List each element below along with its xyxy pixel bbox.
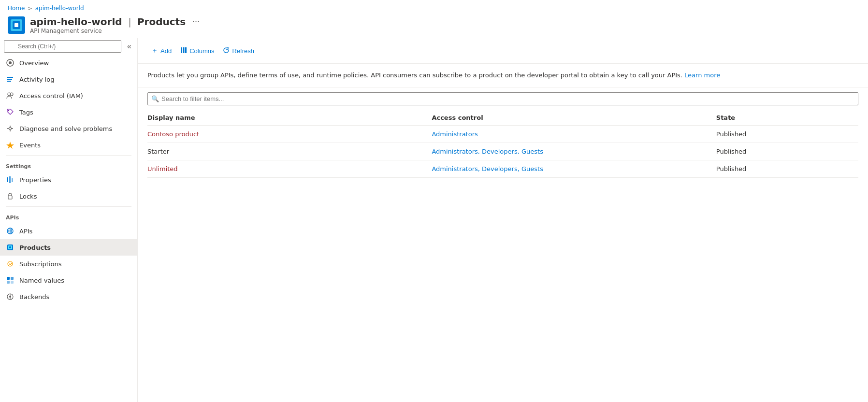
svg-rect-15 (9, 176, 11, 183)
section-title: Products (137, 16, 186, 28)
sidebar-item-access-control-label: Access control (IAM) (19, 92, 83, 100)
content-area: ＋ Add Columns Refresh Products let you g… (138, 38, 868, 402)
header-text: apim-hello-world | Products ··· API Mana… (30, 15, 203, 34)
sidebar-item-diagnose-label: Diagnose and solve problems (19, 125, 112, 132)
svg-rect-8 (7, 81, 11, 82)
sidebar-item-activity-log[interactable]: Activity log (0, 71, 137, 87)
table-body: Contoso productAdministratorsPublishedSt… (147, 125, 858, 177)
svg-rect-33 (183, 47, 185, 53)
events-icon (6, 141, 14, 149)
sidebar-item-overview-label: Overview (19, 59, 49, 67)
table-header: Display name Access control State (147, 110, 858, 126)
tags-icon (6, 108, 14, 116)
col-state: State (716, 110, 858, 126)
sidebar-item-subscriptions[interactable]: Subscriptions (0, 256, 137, 272)
sidebar-item-backends[interactable]: Backends (0, 288, 137, 305)
svg-rect-27 (11, 281, 14, 284)
product-access-control[interactable]: Administrators, Developers, Guests (432, 143, 716, 160)
sidebar-item-subscriptions-label: Subscriptions (19, 260, 62, 268)
resource-name: apim-hello-world (30, 16, 122, 28)
products-icon (6, 243, 14, 252)
content-toolbar: ＋ Add Columns Refresh (138, 38, 868, 64)
sidebar-item-events[interactable]: Events (0, 137, 137, 153)
title-divider: | (128, 16, 131, 28)
svg-rect-26 (7, 281, 10, 284)
more-options-button[interactable]: ··· (189, 15, 203, 28)
sidebar-item-access-control[interactable]: Access control (IAM) (0, 87, 137, 104)
product-access-control[interactable]: Administrators, Developers, Guests (432, 160, 716, 177)
breadcrumb: Home > apim-hello-world (0, 0, 868, 14)
svg-point-23 (8, 261, 13, 266)
svg-rect-14 (7, 177, 8, 182)
backends-icon (6, 292, 14, 301)
products-table-wrap: Display name Access control State Contos… (138, 110, 868, 178)
breadcrumb-separator: > (28, 5, 32, 12)
sidebar-item-named-values-label: Named values (19, 277, 64, 284)
sidebar-item-locks[interactable]: Locks (0, 188, 137, 204)
home-link[interactable]: Home (8, 5, 25, 12)
content-search-icon: 🔍 (151, 95, 159, 102)
sidebar-collapse-button[interactable]: « (123, 40, 135, 53)
sidebar-item-apis[interactable]: APIs (0, 223, 137, 239)
sidebar-item-overview[interactable]: Overview (0, 55, 137, 71)
svg-rect-34 (185, 47, 187, 53)
breadcrumb-current: apim-hello-world (35, 5, 84, 12)
sidebar-item-apis-label: APIs (19, 228, 32, 235)
apis-section-label: APIs (0, 209, 137, 223)
overview-icon (6, 58, 14, 67)
svg-rect-22 (9, 246, 11, 248)
service-icon (8, 16, 25, 34)
sidebar-item-tags-label: Tags (19, 109, 33, 116)
table-row: UnlimitedAdministrators, Developers, Gue… (147, 160, 858, 177)
svg-rect-16 (12, 178, 13, 182)
add-button[interactable]: ＋ Add (147, 44, 175, 57)
settings-divider (6, 155, 131, 156)
columns-button[interactable]: Columns (176, 44, 218, 57)
learn-more-link[interactable]: Learn more (684, 72, 720, 79)
resource-subtitle: API Management service (30, 28, 203, 34)
svg-point-5 (9, 61, 12, 64)
col-display-name: Display name (147, 110, 432, 126)
table-row: Contoso productAdministratorsPublished (147, 125, 858, 143)
product-display-name[interactable]: Contoso product (147, 125, 432, 143)
named-values-icon (6, 276, 14, 285)
products-table: Display name Access control State Contos… (147, 110, 858, 178)
info-text: Products let you group APIs, define term… (138, 64, 868, 87)
sidebar-item-named-values[interactable]: Named values (0, 272, 137, 288)
col-access-control: Access control (432, 110, 716, 126)
sidebar-search-input[interactable] (4, 40, 121, 53)
product-state: Published (716, 143, 858, 160)
locks-icon (6, 192, 14, 201)
sidebar-item-events-label: Events (19, 142, 41, 149)
sidebar-item-tags[interactable]: Tags (0, 104, 137, 120)
sidebar-item-products-label: Products (19, 244, 51, 251)
svg-rect-24 (7, 277, 10, 280)
product-access-control[interactable]: Administrators (432, 125, 716, 143)
sidebar-item-diagnose[interactable]: Diagnose and solve problems (0, 120, 137, 137)
columns-icon (180, 47, 187, 55)
apis-icon (6, 227, 14, 235)
sidebar-search-wrap: 🔍 (4, 40, 121, 53)
sidebar-item-products[interactable]: Products (0, 239, 137, 256)
sidebar-item-properties[interactable]: Properties (0, 172, 137, 188)
svg-point-29 (9, 296, 11, 298)
page-header: apim-hello-world | Products ··· API Mana… (0, 14, 868, 38)
content-search-input[interactable] (147, 92, 858, 105)
add-button-label: Add (160, 47, 172, 55)
product-state: Published (716, 125, 858, 143)
svg-point-11 (8, 110, 9, 111)
diagnose-icon (6, 124, 14, 133)
product-display-name[interactable]: Unlimited (147, 160, 432, 177)
content-search: 🔍 (138, 87, 868, 110)
svg-point-12 (9, 128, 12, 130)
sidebar-scroll: Overview Activity log Access control (IA… (0, 55, 137, 402)
svg-rect-3 (14, 23, 18, 27)
svg-rect-17 (8, 196, 12, 199)
refresh-button[interactable]: Refresh (219, 44, 258, 57)
sidebar-item-activity-log-label: Activity log (19, 76, 55, 83)
svg-rect-7 (7, 79, 12, 80)
columns-button-label: Columns (189, 47, 214, 55)
table-row: StarterAdministrators, Developers, Guest… (147, 143, 858, 160)
access-control-icon (6, 91, 14, 100)
sidebar-item-properties-label: Properties (19, 176, 51, 184)
